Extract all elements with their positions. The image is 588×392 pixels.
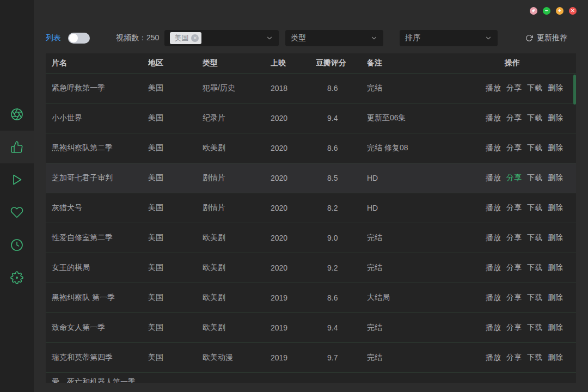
list-view-label[interactable]: 列表 <box>46 33 61 43</box>
play-action[interactable]: 播放 <box>486 143 501 153</box>
cell-title: 紧急呼救第一季 <box>46 83 148 93</box>
cell-type: 欧美动漫 <box>203 353 271 363</box>
sidebar-item-player[interactable] <box>0 163 34 196</box>
download-action[interactable]: 下载 <box>527 203 542 213</box>
play-icon <box>10 173 23 186</box>
share-action[interactable]: 分享 <box>506 113 522 123</box>
table-row[interactable]: 灰猎犬号 美国 剧情片 2020 8.2 HD 播放分享下载删除 <box>46 193 576 223</box>
table-row[interactable]: 黑袍纠察队第二季 美国 欧美剧 2020 8.6 完结 修复08 播放分享下载删… <box>46 133 576 163</box>
sort-filter-label: 排序 <box>405 33 420 43</box>
play-action[interactable]: 播放 <box>486 353 501 363</box>
cell-note: HD <box>367 204 465 212</box>
cell-type: 欧美剧 <box>203 293 271 303</box>
sidebar <box>0 0 34 392</box>
sidebar-item-history[interactable] <box>0 229 34 261</box>
cell-title: 瑞克和莫蒂第四季 <box>46 353 148 363</box>
cell-note: 完结 <box>367 233 465 243</box>
download-action[interactable]: 下载 <box>527 263 542 273</box>
delete-action[interactable]: 删除 <box>548 143 563 153</box>
clock-icon <box>10 238 23 252</box>
cell-rating: 9.4 <box>316 114 367 122</box>
delete-action[interactable]: 删除 <box>548 353 563 363</box>
table-row[interactable]: 爱，死亡和机器人第一季 <box>46 373 576 383</box>
region-filter-select[interactable]: 美国 ✕ <box>164 30 279 46</box>
refresh-recommend-button[interactable]: 更新推荐 <box>525 33 567 43</box>
cell-title: 灰猎犬号 <box>46 203 148 213</box>
minimize-button[interactable]: − <box>543 7 550 15</box>
download-action[interactable]: 下载 <box>527 293 542 303</box>
cell-region: 美国 <box>148 173 203 183</box>
share-action[interactable]: 分享 <box>506 83 522 93</box>
cell-note: 完结 <box>367 263 465 273</box>
table-row[interactable]: 芝加哥七君子审判 美国 剧情片 2020 8.5 HD 播放分享下载删除 <box>46 163 576 193</box>
share-action[interactable]: 分享 <box>506 323 522 333</box>
play-action[interactable]: 播放 <box>486 263 501 273</box>
share-action[interactable]: 分享 <box>506 173 522 183</box>
share-action[interactable]: 分享 <box>506 353 522 363</box>
download-action[interactable]: 下载 <box>527 83 542 93</box>
table-row[interactable]: 女王的棋局 美国 欧美剧 2020 9.2 完结 播放分享下载删除 <box>46 253 576 283</box>
download-action[interactable]: 下载 <box>527 143 542 153</box>
delete-action[interactable]: 删除 <box>548 233 563 243</box>
sidebar-item-discover[interactable] <box>0 98 34 131</box>
delete-action[interactable]: 删除 <box>548 173 563 183</box>
tag-close-icon[interactable]: ✕ <box>191 34 199 42</box>
table-row[interactable]: 性爱自修室第二季 美国 欧美剧 2020 9.0 完结 播放分享下载删除 <box>46 223 576 253</box>
delete-action[interactable]: 删除 <box>548 263 563 273</box>
table-row[interactable]: 紧急呼救第一季 美国 犯罪/历史 2018 8.6 完结 播放分享下载删除 <box>46 74 576 103</box>
play-action[interactable]: 播放 <box>486 173 501 183</box>
col-title: 片名 <box>46 58 148 68</box>
cell-rating: 9.0 <box>316 234 367 242</box>
table-row[interactable]: 黑袍纠察队 第一季 美国 欧美剧 2019 8.6 大结局 播放分享下载删除 <box>46 283 576 313</box>
cell-actions: 播放分享下载删除 <box>465 113 576 123</box>
play-action[interactable]: 播放 <box>486 233 501 243</box>
cell-title: 女王的棋局 <box>46 263 148 273</box>
heart-icon <box>10 206 23 219</box>
col-region: 地区 <box>148 58 203 68</box>
pin-button[interactable] <box>530 7 537 15</box>
cell-title: 黑袍纠察队第二季 <box>46 143 148 153</box>
delete-action[interactable]: 删除 <box>548 293 563 303</box>
view-toggle-switch[interactable] <box>68 33 90 44</box>
delete-action[interactable]: 删除 <box>548 203 563 213</box>
cell-title: 黑袍纠察队 第一季 <box>46 293 148 303</box>
sidebar-item-settings[interactable] <box>0 261 34 294</box>
download-action[interactable]: 下载 <box>527 353 542 363</box>
play-action[interactable]: 播放 <box>486 113 501 123</box>
download-action[interactable]: 下载 <box>527 323 542 333</box>
play-action[interactable]: 播放 <box>486 323 501 333</box>
scrollbar-thumb[interactable] <box>573 75 576 105</box>
table-row[interactable]: 瑞克和莫蒂第四季 美国 欧美动漫 2019 9.7 完结 播放分享下载删除 <box>46 343 576 373</box>
share-action[interactable]: 分享 <box>506 203 522 213</box>
col-type: 类型 <box>203 58 271 68</box>
download-action[interactable]: 下载 <box>527 233 542 243</box>
cell-year: 2020 <box>271 174 316 182</box>
download-action[interactable]: 下载 <box>527 113 542 123</box>
type-filter-select[interactable]: 类型 <box>285 30 383 46</box>
cell-year: 2020 <box>271 234 316 242</box>
sidebar-item-favorites[interactable] <box>0 196 34 229</box>
download-action[interactable]: 下载 <box>527 173 542 183</box>
share-action[interactable]: 分享 <box>506 263 522 273</box>
share-action[interactable]: 分享 <box>506 293 522 303</box>
toolbar: 列表 视频数：250 美国 ✕ 类型 排序 更新推荐 <box>46 30 576 46</box>
table-row[interactable]: 小小世界 美国 纪录片 2020 9.4 更新至06集 播放分享下载删除 <box>46 103 576 133</box>
play-action[interactable]: 播放 <box>486 203 501 213</box>
table-row[interactable]: 致命女人第一季 美国 欧美剧 2019 9.4 完结 播放分享下载删除 <box>46 313 576 343</box>
pin-icon <box>531 9 536 13</box>
play-action[interactable]: 播放 <box>486 83 501 93</box>
sidebar-item-recommend[interactable] <box>0 131 34 163</box>
close-button[interactable]: ✕ <box>569 7 577 15</box>
delete-action[interactable]: 删除 <box>548 83 563 93</box>
share-action[interactable]: 分享 <box>506 233 522 243</box>
delete-action[interactable]: 删除 <box>548 323 563 333</box>
region-tag-label: 美国 <box>174 33 188 43</box>
cell-region: 美国 <box>148 113 203 123</box>
aperture-icon <box>10 108 23 121</box>
play-action[interactable]: 播放 <box>486 293 501 303</box>
sort-filter-select[interactable]: 排序 <box>400 30 498 46</box>
share-action[interactable]: 分享 <box>506 143 522 153</box>
cell-year: 2020 <box>271 114 316 122</box>
maximize-button[interactable]: + <box>556 7 564 15</box>
delete-action[interactable]: 删除 <box>548 113 563 123</box>
